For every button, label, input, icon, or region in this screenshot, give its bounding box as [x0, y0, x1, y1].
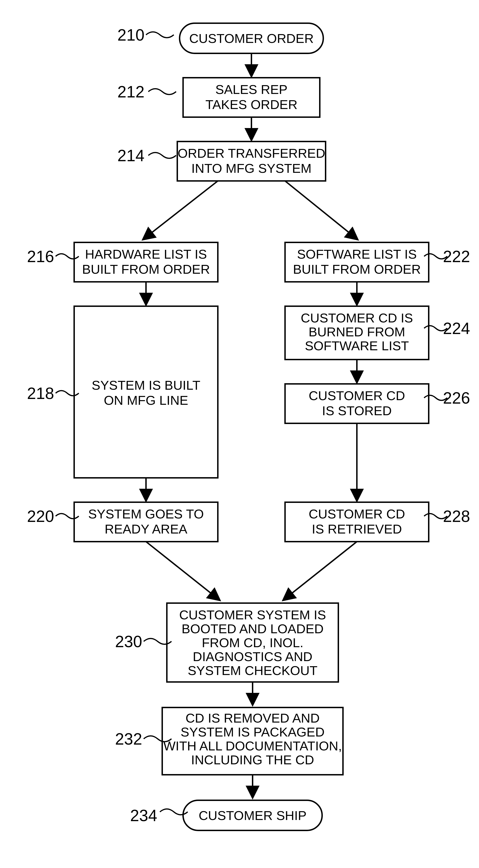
- svg-text:218: 218: [27, 384, 54, 402]
- node-cd-removed-packaged: CD IS REMOVED AND SYSTEM IS PACKAGED WIT…: [162, 708, 343, 775]
- svg-text:214: 214: [117, 147, 145, 165]
- svg-line-48: [146, 541, 219, 600]
- svg-text:CUSTOMER SYSTEM IS: CUSTOMER SYSTEM IS: [179, 608, 326, 622]
- svg-text:INTO MFG SYSTEM: INTO MFG SYSTEM: [192, 161, 312, 176]
- svg-text:234: 234: [130, 807, 157, 825]
- svg-text:SYSTEM IS PACKAGED: SYSTEM IS PACKAGED: [180, 725, 324, 739]
- svg-text:SYSTEM GOES TO: SYSTEM GOES TO: [88, 506, 204, 521]
- svg-text:SYSTEM IS BUILT: SYSTEM IS BUILT: [92, 378, 200, 393]
- node-system-ready-area: SYSTEM GOES TO READY AREA: [74, 502, 218, 541]
- node-system-built: SYSTEM IS BUILT ON MFG LINE: [74, 306, 218, 478]
- svg-text:BUILT FROM ORDER: BUILT FROM ORDER: [82, 262, 210, 277]
- svg-text:SOFTWARE LIST IS: SOFTWARE LIST IS: [297, 247, 417, 261]
- ref-224: 224: [424, 319, 470, 338]
- svg-text:212: 212: [117, 83, 145, 101]
- svg-line-12: [144, 181, 218, 239]
- node-cd-stored: CUSTOMER CD IS STORED: [285, 384, 429, 423]
- node-customer-ship: CUSTOMER SHIP: [183, 800, 322, 830]
- ref-230: 230: [115, 632, 171, 651]
- ref-234: 234: [130, 807, 188, 825]
- svg-text:FROM CD, INOL.: FROM CD, INOL.: [202, 636, 304, 650]
- node-customer-order: CUSTOMER ORDER: [180, 23, 323, 53]
- svg-text:220: 220: [27, 507, 54, 525]
- svg-text:SOFTWARE LIST: SOFTWARE LIST: [305, 338, 409, 353]
- node-hardware-list: HARDWARE LIST IS BUILT FROM ORDER: [74, 242, 218, 282]
- svg-line-49: [284, 541, 357, 600]
- svg-text:CUSTOMER CD: CUSTOMER CD: [309, 388, 405, 403]
- node-customer-ship-label: CUSTOMER SHIP: [199, 808, 307, 823]
- ref-226: 226: [424, 389, 470, 407]
- svg-text:ORDER TRANSFERRED: ORDER TRANSFERRED: [178, 146, 326, 160]
- node-cd-retrieved: CUSTOMER CD IS RETRIEVED: [285, 502, 429, 541]
- node-system-booted: CUSTOMER SYSTEM IS BOOTED AND LOADED FRO…: [167, 603, 338, 682]
- ref-228: 228: [424, 507, 470, 525]
- svg-text:WITH ALL DOCUMENTATION,: WITH ALL DOCUMENTATION,: [163, 739, 342, 753]
- svg-text:DIAGNOSTICS AND: DIAGNOSTICS AND: [193, 649, 313, 664]
- ref-210: 210: [117, 26, 174, 44]
- flowchart: CUSTOMER ORDER 210 SALES REP TAKES ORDER…: [0, 0, 479, 868]
- node-software-list: SOFTWARE LIST IS BUILT FROM ORDER: [285, 242, 429, 282]
- node-customer-order-label: CUSTOMER ORDER: [189, 31, 313, 46]
- svg-text:TAKES ORDER: TAKES ORDER: [205, 97, 297, 112]
- ref-220: 220: [27, 507, 79, 525]
- svg-text:HARDWARE LIST IS: HARDWARE LIST IS: [85, 247, 207, 261]
- ref-214: 214: [117, 147, 176, 165]
- node-cd-burned: CUSTOMER CD IS BURNED FROM SOFTWARE LIST: [285, 306, 429, 360]
- svg-text:INCLUDING THE CD: INCLUDING THE CD: [191, 752, 314, 767]
- svg-text:BUILT FROM ORDER: BUILT FROM ORDER: [293, 262, 421, 277]
- svg-text:CUSTOMER CD: CUSTOMER CD: [309, 506, 405, 521]
- svg-line-13: [285, 181, 357, 239]
- node-sales-rep: SALES REP TAKES ORDER: [183, 78, 320, 117]
- svg-text:CD IS REMOVED AND: CD IS REMOVED AND: [185, 711, 320, 725]
- svg-text:232: 232: [115, 730, 142, 748]
- ref-216: 216: [27, 248, 79, 266]
- svg-text:SYSTEM CHECKOUT: SYSTEM CHECKOUT: [188, 663, 317, 678]
- svg-text:IS RETRIEVED: IS RETRIEVED: [312, 522, 402, 536]
- ref-218: 218: [27, 384, 79, 402]
- svg-text:IS STORED: IS STORED: [322, 403, 392, 418]
- svg-text:230: 230: [115, 632, 142, 651]
- node-order-transferred: ORDER TRANSFERRED INTO MFG SYSTEM: [177, 142, 326, 181]
- svg-text:BURNED FROM: BURNED FROM: [309, 324, 405, 339]
- svg-text:216: 216: [27, 248, 54, 266]
- ref-222: 222: [424, 248, 470, 266]
- svg-text:BOOTED AND LOADED: BOOTED AND LOADED: [181, 621, 323, 636]
- svg-text:210: 210: [117, 26, 145, 44]
- svg-text:READY AREA: READY AREA: [105, 522, 188, 536]
- svg-text:ON MFG LINE: ON MFG LINE: [104, 393, 188, 408]
- svg-text:CUSTOMER CD IS: CUSTOMER CD IS: [301, 311, 413, 325]
- ref-212: 212: [117, 83, 176, 101]
- svg-text:SALES REP: SALES REP: [215, 82, 287, 97]
